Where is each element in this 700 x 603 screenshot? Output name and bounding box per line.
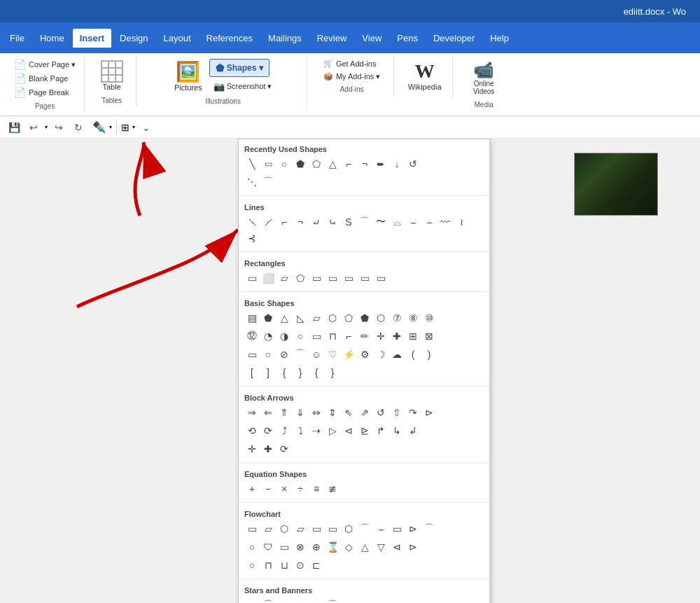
bs-17[interactable]: ▭	[309, 328, 324, 344]
bs-29[interactable]: ☺	[309, 347, 324, 362]
rect-1[interactable]: ▭	[244, 270, 260, 286]
fc-20[interactable]: △	[357, 539, 372, 555]
shape-angle1[interactable]: ⌐	[341, 156, 356, 172]
ba-17[interactable]: ⇢	[309, 423, 324, 438]
fc-27[interactable]: ⊙	[293, 557, 308, 573]
ba-26[interactable]: ⟳	[276, 441, 292, 457]
menu-layout[interactable]: Layout	[157, 29, 198, 48]
ba-25[interactable]: ✚	[260, 441, 276, 457]
bs-21[interactable]: ✛	[373, 328, 388, 344]
menu-view[interactable]: View	[355, 29, 388, 48]
line-8[interactable]: ⌒	[357, 214, 372, 230]
bs-40[interactable]: }	[293, 365, 308, 380]
ba-5[interactable]: ⇔	[309, 405, 324, 420]
ba-10[interactable]: ⇧	[389, 405, 405, 420]
fc-5[interactable]: ▭	[309, 521, 324, 536]
line-1[interactable]: ⟍	[244, 214, 260, 230]
ba-11[interactable]: ↷	[405, 405, 421, 420]
page-break-btn[interactable]: 📄 Page Break	[11, 85, 78, 99]
fc-17[interactable]: ⊕	[309, 539, 324, 555]
bs-23[interactable]: ⊞	[405, 328, 421, 344]
bs-15[interactable]: ◑	[276, 328, 292, 344]
ba-7[interactable]: ⇖	[341, 405, 356, 420]
shape-arc[interactable]: ⌒	[260, 174, 276, 190]
eq-1[interactable]: +	[244, 481, 260, 497]
menu-review[interactable]: Review	[310, 29, 354, 48]
ba-1[interactable]: ⇒	[244, 405, 260, 420]
shape-rect-3[interactable]: ⬟	[293, 156, 308, 172]
menu-help[interactable]: Help	[483, 29, 516, 48]
redo-btn[interactable]: ↪	[50, 119, 67, 136]
rect-6[interactable]: ▭	[325, 270, 340, 286]
bs-33[interactable]: ☽	[373, 347, 388, 362]
sb-1[interactable]: ⟍	[244, 597, 260, 603]
fc-22[interactable]: ⊲	[389, 539, 405, 555]
sb-4[interactable]: 〜	[293, 597, 308, 603]
bs-2[interactable]: ⬟	[260, 310, 276, 326]
table-btn[interactable]: Table	[98, 57, 126, 94]
menu-insert[interactable]: Insert	[73, 29, 111, 48]
bs-37[interactable]: [	[244, 365, 260, 380]
bs-42[interactable]: }	[325, 365, 340, 380]
fc-16[interactable]: ⊗	[293, 539, 308, 555]
ink-dropdown[interactable]: ▾	[109, 124, 112, 130]
menu-file[interactable]: File	[3, 29, 31, 48]
ba-20[interactable]: ⊵	[357, 423, 372, 438]
ba-15[interactable]: ⤴	[276, 423, 292, 438]
bs-25[interactable]: ▭	[244, 347, 260, 362]
fc-25[interactable]: ⊓	[260, 557, 276, 573]
ba-18[interactable]: ▷	[325, 423, 340, 438]
screenshot-btn[interactable]: 📷 Screenshot ▾	[209, 79, 276, 94]
fc-2[interactable]: ▱	[260, 521, 276, 536]
bs-32[interactable]: ⚙	[357, 347, 372, 362]
bs-38[interactable]: ]	[260, 365, 276, 380]
shape-arrow-d[interactable]: ↓	[389, 156, 405, 172]
fc-13[interactable]: ○	[244, 539, 260, 555]
bs-16[interactable]: ○	[293, 328, 308, 344]
bs-27[interactable]: ⊘	[276, 347, 292, 362]
eq-4[interactable]: ÷	[293, 481, 308, 497]
fc-28[interactable]: ⊏	[309, 557, 324, 573]
shape-curve[interactable]: ↺	[405, 156, 421, 172]
bs-7[interactable]: ⬠	[341, 310, 356, 326]
bs-36[interactable]: )	[421, 347, 437, 362]
line-5[interactable]: ⤾	[309, 214, 324, 230]
bs-1[interactable]: ▤	[244, 310, 260, 326]
bs-35[interactable]: (	[405, 347, 421, 362]
bs-13[interactable]: ⑫	[244, 328, 260, 344]
line-10[interactable]: ⌓	[389, 214, 405, 230]
layout-btn[interactable]: ⊞	[121, 122, 130, 133]
bs-24[interactable]: ⊠	[421, 328, 437, 344]
eq-5[interactable]: ≡	[309, 481, 324, 497]
line-12[interactable]: ⌢	[421, 214, 437, 230]
shapes-dropdown-panel[interactable]: Recently Used Shapes ╲ ▭ ○ ⬟ ⬠ △ ⌐ ¬ ➨ ↓…	[238, 139, 490, 603]
shape-dots[interactable]: ⋱	[244, 174, 260, 190]
shape-rect-1[interactable]: ▭	[260, 156, 276, 172]
ba-12[interactable]: ⊳	[421, 405, 437, 420]
bs-5[interactable]: ▱	[309, 310, 324, 326]
fc-3[interactable]: ⬡	[276, 521, 292, 536]
wikipedia-btn[interactable]: W Wikipedia	[404, 57, 446, 94]
eq-6[interactable]: ≢	[325, 481, 340, 497]
menu-mailings[interactable]: Mailings	[261, 29, 309, 48]
fc-8[interactable]: ⌒	[357, 521, 372, 536]
sb-6[interactable]: ⌒	[325, 597, 340, 603]
shapes-btn[interactable]: ⬟ Shapes ▾	[209, 59, 270, 77]
fc-1[interactable]: ▭	[244, 521, 260, 536]
ink-btn[interactable]: ✒️	[92, 120, 106, 134]
rect-5[interactable]: ▭	[309, 270, 324, 286]
bs-19[interactable]: ⌐	[341, 328, 356, 344]
bs-26[interactable]: ○	[260, 347, 276, 362]
rect-7[interactable]: ▭	[341, 270, 356, 286]
bs-31[interactable]: ⚡	[341, 347, 356, 362]
fc-6[interactable]: ▭	[325, 521, 340, 536]
line-13[interactable]: 〰	[438, 214, 453, 230]
line-11[interactable]: ⌣	[405, 214, 421, 230]
bs-4[interactable]: ◺	[293, 310, 308, 326]
ba-2[interactable]: ⇐	[260, 405, 276, 420]
bs-14[interactable]: ◔	[260, 328, 276, 344]
shape-rect-4[interactable]: ⬠	[309, 156, 324, 172]
fc-14[interactable]: 🛡	[260, 539, 276, 555]
line-15[interactable]: ⊰	[244, 230, 260, 246]
refresh-btn[interactable]: ↻	[70, 119, 87, 136]
